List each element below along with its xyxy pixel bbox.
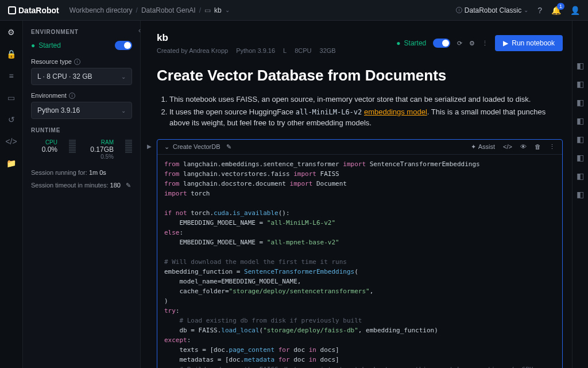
- env-label: Environment i: [31, 92, 132, 99]
- breadcrumb: Workbench directory / DataRobot GenAI / …: [69, 6, 230, 14]
- cell-title: Create VectorDB: [173, 143, 220, 150]
- notebook-h1: Create Vector Database from Documents: [157, 67, 563, 85]
- play-icon: ▶: [503, 39, 508, 47]
- ram-label: RAM: [87, 139, 114, 145]
- notebook-status: ●Started: [396, 39, 426, 47]
- cpu-label: CPU: [31, 139, 57, 145]
- notebook-toggle[interactable]: [433, 39, 450, 48]
- right-rail: ◧ ◧ ◧ ◧ ◧ ◧ ◧ ◧: [572, 21, 588, 368]
- rr-icon-7[interactable]: ◧: [577, 171, 584, 181]
- code-cell[interactable]: ▶ ⌄ Create VectorDB ✎ ✦ Assist </> 👁 🗑 ⋮…: [157, 139, 563, 369]
- page-title: kb: [157, 32, 336, 44]
- left-rail: ⚙ 🔒 ≡ ▭ ↺ </> 📁: [0, 21, 23, 368]
- cell-more-icon[interactable]: ⋮: [549, 143, 555, 151]
- info-icon[interactable]: i: [69, 93, 75, 99]
- page-python: Python 3.9.16: [236, 47, 275, 54]
- env-toggle[interactable]: [115, 41, 132, 50]
- session-running-label: Session running for:: [31, 169, 87, 176]
- rail-code-icon[interactable]: </>: [5, 137, 17, 146]
- session-running-value: 1m 0s: [89, 169, 106, 176]
- cell-chevron-icon[interactable]: ⌄: [164, 143, 169, 151]
- rr-icon-5[interactable]: ◧: [577, 135, 584, 144]
- rail-list-icon[interactable]: ≡: [9, 71, 13, 80]
- ram-value: 0.17GB: [87, 145, 114, 154]
- code-view-icon[interactable]: </>: [503, 143, 512, 150]
- settings-icon[interactable]: ⚙: [469, 40, 475, 47]
- page-author: Andrea Kropp: [189, 47, 228, 54]
- list-item: This notebook uses FAISS, an open source…: [169, 94, 563, 105]
- info-icon: i: [456, 7, 462, 13]
- help-icon[interactable]: ?: [537, 6, 542, 15]
- cell-edit-icon[interactable]: ✎: [226, 143, 231, 151]
- crumb-dropdown-icon[interactable]: ⌄: [225, 7, 230, 13]
- session-timeout-value: 180: [110, 182, 121, 189]
- crumb-root[interactable]: Workbench directory: [69, 6, 133, 14]
- resource-label: Resource type i: [31, 58, 132, 65]
- embeddings-link[interactable]: embeddings model: [364, 108, 427, 116]
- crumb-current[interactable]: kb: [214, 6, 222, 14]
- page-size: L: [283, 47, 287, 54]
- list-item: It uses the open source HuggingFace all-…: [169, 106, 563, 129]
- env-sidebar: ‹ ENVIRONMENT ● Started Resource type i …: [23, 21, 141, 368]
- hide-output-icon[interactable]: 👁: [520, 143, 527, 150]
- cpu-value: 0.0%: [31, 145, 57, 154]
- ram-bar-icon: [125, 139, 132, 153]
- more-icon[interactable]: ⋮: [482, 40, 488, 47]
- env-heading: ENVIRONMENT: [31, 29, 132, 35]
- crumb-parent[interactable]: DataRobot GenAI: [141, 6, 196, 14]
- refresh-icon[interactable]: ⟳: [457, 40, 462, 47]
- rr-icon-8[interactable]: ◧: [577, 190, 584, 199]
- assist-button[interactable]: ✦ Assist: [471, 143, 495, 151]
- notebook-intro-list: This notebook uses FAISS, an open source…: [157, 94, 563, 129]
- rail-lock-icon[interactable]: 🔒: [6, 49, 16, 59]
- brand-logo[interactable]: DataRobot: [8, 6, 59, 15]
- rail-terminal-icon[interactable]: ▭: [7, 93, 15, 102]
- classic-link[interactable]: i DataRobot Classic ⌄: [456, 6, 528, 14]
- run-notebook-button[interactable]: ▶ Run notebook: [495, 35, 563, 51]
- status-dot-icon: ●: [31, 41, 35, 49]
- logo-icon: [8, 6, 16, 14]
- ram-pct: 0.5%: [87, 154, 114, 160]
- chevron-down-icon: ⌄: [121, 74, 126, 80]
- page-cpu: 8CPU: [295, 47, 311, 54]
- rail-history-icon[interactable]: ↺: [8, 115, 15, 124]
- runtime-heading: RUNTIME: [31, 127, 132, 133]
- rr-icon-3[interactable]: ◧: [577, 98, 584, 107]
- info-icon[interactable]: i: [74, 59, 80, 65]
- page-mem: 32GB: [320, 47, 336, 54]
- user-icon[interactable]: 👤: [570, 6, 580, 15]
- delete-cell-icon[interactable]: 🗑: [535, 143, 541, 150]
- crumb-icon: ▭: [204, 6, 211, 14]
- session-timeout-label: Session timeout in minutes:: [31, 182, 109, 189]
- rr-icon-2[interactable]: ◧: [577, 79, 584, 89]
- cell-run-icon[interactable]: ▶: [147, 143, 152, 150]
- env-select[interactable]: Python 3.9.16 ⌄: [31, 102, 132, 119]
- rr-icon-6[interactable]: ◧: [577, 153, 584, 162]
- edit-timeout-icon[interactable]: ✎: [126, 182, 131, 189]
- notifications-icon[interactable]: 🔔1: [551, 6, 561, 15]
- cell-code[interactable]: from langchain.embeddings.sentence_trans…: [157, 155, 562, 369]
- resource-select[interactable]: L · 8 CPU · 32 GB ⌄: [31, 68, 132, 85]
- env-status: ● Started: [31, 41, 61, 49]
- rr-icon-1[interactable]: ◧: [577, 61, 584, 70]
- rail-settings-icon[interactable]: ⚙: [7, 28, 15, 37]
- rail-folder-icon[interactable]: 📁: [6, 159, 16, 168]
- brand-text: DataRobot: [18, 6, 59, 15]
- rr-icon-4[interactable]: ◧: [577, 116, 584, 125]
- chevron-down-icon: ⌄: [121, 108, 126, 114]
- cpu-bar-icon: [69, 139, 76, 153]
